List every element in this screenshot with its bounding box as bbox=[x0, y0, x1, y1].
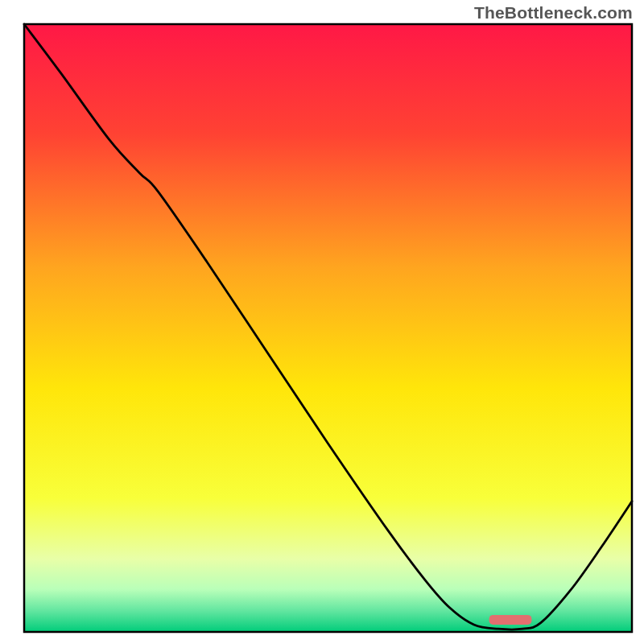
plot-background bbox=[24, 24, 632, 632]
chart-canvas: TheBottleneck.com bbox=[0, 0, 644, 644]
watermark-text: TheBottleneck.com bbox=[474, 3, 633, 23]
optimal-marker bbox=[489, 615, 532, 625]
bottleneck-chart bbox=[0, 0, 644, 644]
